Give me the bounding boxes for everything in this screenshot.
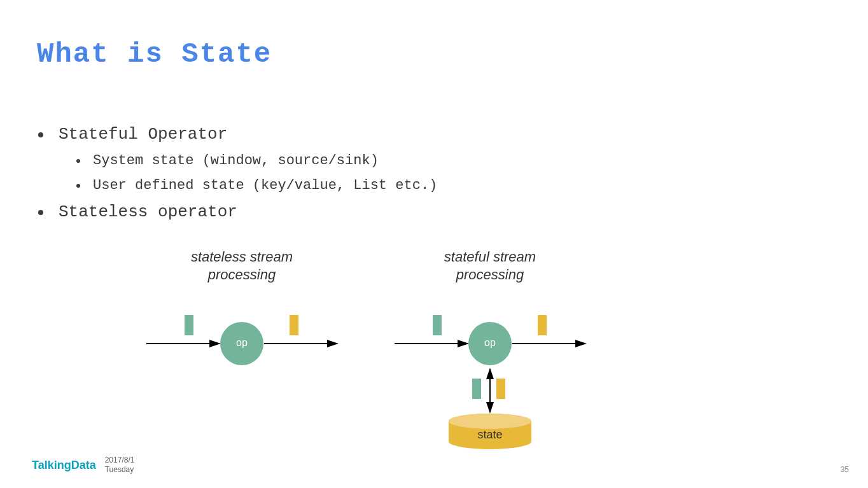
data-box-green-icon bbox=[185, 315, 193, 335]
op-label: op bbox=[484, 337, 496, 348]
bullet-text: User defined state (key/value, List etc.… bbox=[93, 178, 437, 193]
footer: TalkingData 2017/8/1 Tuesday bbox=[32, 456, 134, 475]
data-box-green-icon bbox=[472, 379, 481, 399]
bullet-dot-icon bbox=[76, 184, 80, 188]
bullet-text: System state (window, source/sink) bbox=[93, 153, 379, 169]
bullet-item-1: Stateful Operator bbox=[38, 125, 437, 144]
bullet-list: Stateful Operator System state (window, … bbox=[38, 125, 437, 230]
bullet-dot-icon bbox=[38, 210, 43, 215]
svg-point-8 bbox=[449, 414, 531, 429]
page-number: 35 bbox=[841, 465, 849, 474]
sub-bullet-item-1: System state (window, source/sink) bbox=[76, 153, 437, 169]
diagram-svg: op op bbox=[146, 248, 605, 452]
stateful-group: op state bbox=[395, 315, 585, 449]
data-box-yellow-icon bbox=[538, 315, 547, 335]
logo: TalkingData bbox=[32, 459, 96, 472]
bullet-text: Stateless operator bbox=[59, 202, 237, 221]
bullet-dot-icon bbox=[38, 132, 43, 137]
footer-day: Tuesday bbox=[105, 465, 135, 475]
stateless-group: op bbox=[146, 315, 337, 365]
footer-date: 2017/8/1 bbox=[105, 456, 135, 466]
diagram: stateless stream processing stateful str… bbox=[146, 248, 605, 452]
bullet-dot-icon bbox=[76, 159, 80, 163]
data-box-green-icon bbox=[433, 315, 442, 335]
bullet-item-2: Stateless operator bbox=[38, 202, 437, 221]
op-label: op bbox=[236, 337, 248, 348]
sub-bullet-item-2: User defined state (key/value, List etc.… bbox=[76, 178, 437, 193]
slide: What is State Stateful Operator System s… bbox=[0, 0, 868, 488]
slide-title: What is State bbox=[37, 38, 272, 70]
footer-meta: 2017/8/1 Tuesday bbox=[105, 456, 135, 475]
data-box-yellow-icon bbox=[496, 379, 505, 399]
state-label: state bbox=[477, 428, 502, 441]
bullet-text: Stateful Operator bbox=[59, 125, 227, 144]
data-box-yellow-icon bbox=[290, 315, 298, 335]
